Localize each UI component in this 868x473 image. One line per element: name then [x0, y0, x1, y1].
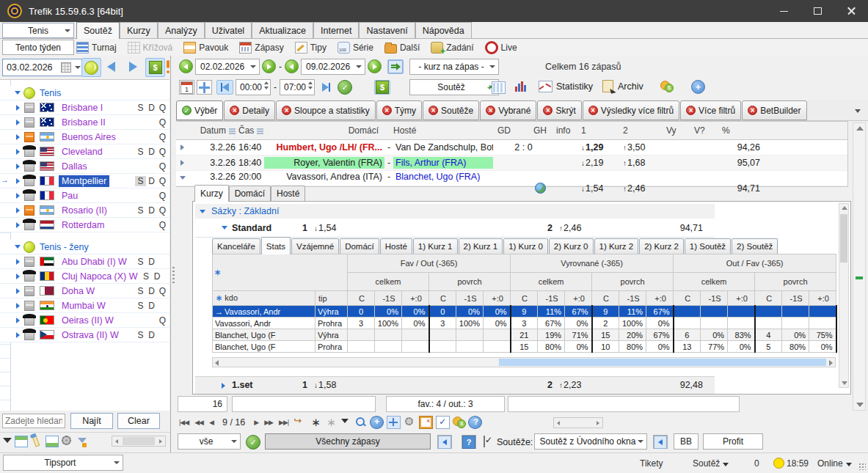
tournament-row[interactable]: Rotterdam Q — [0, 218, 169, 232]
stats-h-scrollbar[interactable] — [212, 357, 836, 367]
toolbar-button[interactable]: Série — [338, 42, 373, 54]
stats-subtab[interactable]: 1) Soutěž — [685, 238, 731, 254]
nav-first-button[interactable]: |◀◀ — [176, 419, 192, 426]
nav-next-button[interactable]: ▶ — [251, 419, 261, 426]
tennis-mode-button[interactable] — [81, 58, 101, 77]
filter-button[interactable]: Soutěže — [423, 100, 479, 120]
stats-row[interactable]: Vavassori, Andr Prohra 3100%0% 3100%0% 3… — [213, 318, 836, 329]
tournament-row[interactable]: Brisbane I SDQ — [0, 100, 169, 115]
gear-icon[interactable] — [62, 436, 71, 445]
soutez-select[interactable]: Soutěž — [409, 79, 499, 95]
section-header-tenis[interactable]: Tenis — [0, 86, 169, 100]
sidebar-h-scrollbar[interactable] — [112, 436, 166, 447]
period-box[interactable]: Tento týden — [2, 40, 74, 55]
sazky-header[interactable]: Sázky : Základní — [195, 204, 715, 219]
expand-icon[interactable] — [16, 259, 20, 265]
match-row[interactable]: 3.2.26 18:40 Royer, Valentin (FRA) - Fil… — [176, 155, 847, 171]
stats-subtab[interactable]: Stats — [261, 237, 291, 254]
soutez-status[interactable]: Soutěž — [693, 458, 729, 469]
tournament-row[interactable]: Cleveland SDQ — [0, 144, 169, 159]
asterisk-dim-icon[interactable] — [324, 417, 336, 428]
detail-v-scrollbar[interactable] — [839, 203, 849, 388]
filter-button[interactable]: Více filtrů — [680, 100, 741, 120]
tournament-row[interactable]: Pau Q — [0, 188, 169, 203]
odds-1[interactable]: ↓2,19 — [580, 158, 621, 168]
add-columns-button[interactable] — [492, 81, 506, 96]
apply-left-button[interactable] — [437, 435, 452, 449]
time-from-spinner[interactable]: 00:00 — [236, 79, 271, 95]
expand-icon[interactable] — [16, 193, 20, 199]
online-status[interactable]: Online — [817, 458, 852, 469]
tournament-name[interactable]: Rotterdam — [59, 219, 107, 231]
find-button[interactable]: Najít — [70, 413, 113, 429]
stats-row[interactable]: Blanchet, Ugo (F Prohra 1580%0% 1080%0% … — [213, 341, 836, 353]
nav-prev-button[interactable]: ◀ — [206, 419, 216, 426]
panel-top-icon[interactable] — [15, 436, 28, 447]
arrow-up-icon[interactable] — [842, 206, 847, 210]
stats-subtab[interactable]: Vzájemné — [291, 238, 339, 254]
stats-player[interactable]: →Vavassori, Andr — [213, 306, 316, 318]
toolbar-button[interactable]: Zápasy — [239, 42, 283, 54]
menu-tab[interactable]: Aktualizace — [252, 22, 313, 38]
expand-icon[interactable] — [16, 149, 20, 155]
sport-select[interactable]: Tenis — [2, 23, 74, 38]
expand-icon[interactable] — [16, 288, 20, 294]
stats-kdo-header[interactable]: ∗ kdo — [213, 291, 316, 306]
souteze-checkbox[interactable] — [484, 436, 485, 447]
tournament-row[interactable]: Dallas Q — [0, 159, 169, 174]
expand-icon[interactable] — [16, 332, 20, 338]
toolbar-button[interactable]: Křížová — [128, 42, 173, 54]
time-end-button[interactable] — [318, 80, 335, 95]
tournament-name[interactable]: Cleveland — [59, 146, 106, 158]
match-home[interactable]: Royer, Valentin (FRA) — [264, 157, 384, 169]
crosshair-icon[interactable] — [387, 416, 401, 429]
arrow-up-icon[interactable] — [856, 126, 864, 131]
filter-button[interactable]: Výběr — [176, 100, 223, 120]
tournament-name[interactable]: Cluj Napoca (X) W — [59, 271, 141, 282]
next-day-button[interactable] — [124, 58, 142, 76]
filter-button[interactable]: Týmy — [376, 100, 422, 120]
tournament-row[interactable]: Abu Dhabi (I) W SD — [0, 254, 169, 269]
col-datum[interactable]: Datum — [189, 125, 238, 136]
asterisk-icon[interactable] — [308, 417, 321, 428]
odds-2[interactable]: ↑2,46 — [621, 183, 663, 194]
col-hoste[interactable]: Hosté — [393, 125, 493, 136]
nav-h-scrollbar[interactable] — [553, 417, 603, 428]
search-icon[interactable] — [354, 417, 367, 428]
col-vy[interactable]: Vy — [663, 125, 691, 136]
tournament-name[interactable]: Mumbai W — [59, 300, 109, 312]
col-pct[interactable]: % — [719, 125, 765, 136]
checkbox-icon[interactable] — [436, 416, 450, 429]
tournament-name[interactable]: Brisbane II — [59, 117, 109, 128]
expand-icon[interactable] — [16, 318, 20, 323]
stats-subtab[interactable]: Hosté — [380, 238, 412, 254]
date-picker[interactable]: 03.02.2026 — [2, 59, 84, 76]
main-v-scrollbar[interactable] — [853, 122, 866, 411]
bb-button[interactable]: BB — [674, 433, 699, 450]
stats-subtab[interactable]: 2) Kurz 2 — [639, 238, 684, 254]
stats-subtab[interactable]: 1) Kurz 2 — [594, 238, 639, 254]
add-button[interactable] — [691, 80, 705, 94]
scrollbar-thumb[interactable] — [840, 214, 847, 263]
day-view-button[interactable]: 1 — [179, 80, 194, 95]
col-vq[interactable]: V? — [691, 125, 719, 136]
col-2[interactable]: 2 — [621, 125, 663, 136]
kurz-select[interactable]: - kurz na zápas - — [409, 59, 499, 75]
statistiky-button[interactable]: Statistiky — [539, 81, 593, 92]
nav-next-page-button[interactable]: ▶▶ — [261, 419, 276, 426]
odds-2[interactable]: ↑3,50 — [621, 142, 663, 153]
expand-icon[interactable] — [180, 158, 184, 168]
date-to-combo[interactable]: 09.02.2026 — [301, 59, 365, 75]
money-filter-button[interactable]: $ — [374, 80, 390, 95]
stats-subtab[interactable]: 2) Soutěž — [732, 238, 778, 254]
apply-range-button[interactable] — [387, 59, 404, 74]
all-matches-button[interactable]: Všechny zápasy — [265, 433, 431, 450]
close-button[interactable] — [834, 0, 868, 22]
col-1[interactable]: 1 — [580, 125, 621, 136]
expand-view-button[interactable] — [197, 80, 212, 95]
menu-tab[interactable]: Soutěž — [76, 22, 120, 39]
stats-tip-header[interactable]: tip — [316, 291, 348, 306]
currency-button[interactable] — [660, 81, 674, 94]
tournament-name[interactable]: Montpellier — [59, 175, 109, 187]
expand-icon[interactable] — [16, 105, 20, 111]
